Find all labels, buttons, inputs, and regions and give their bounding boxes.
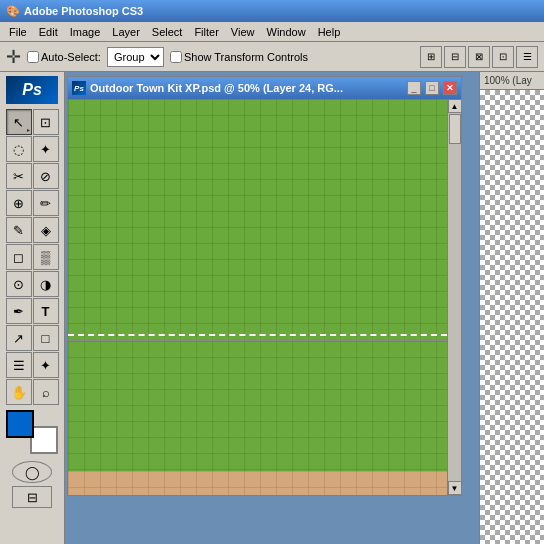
group-select[interactable]: Group Layer — [107, 47, 164, 67]
screen-mode-btn[interactable]: ⊟ — [12, 486, 52, 508]
dodge-tool[interactable]: ⊙ — [6, 271, 32, 297]
foreground-color-swatch[interactable] — [6, 410, 34, 438]
shape-tool[interactable]: □ — [33, 325, 59, 351]
hand-tool[interactable]: ✋ — [6, 379, 32, 405]
scroll-track[interactable] — [448, 113, 461, 481]
arrange-btn[interactable]: ☰ — [516, 46, 538, 68]
menu-filter[interactable]: Filter — [189, 25, 223, 39]
app-icon: 🎨 — [6, 5, 20, 18]
options-toolbar-right: ⊞ ⊟ ⊠ ⊡ ☰ — [420, 46, 538, 68]
app-title: Adobe Photoshop CS3 — [24, 5, 143, 17]
main-layout: Ps ↖▸ ⊡ ◌ ✦ ✂ ⊘ ⊕ ✏ ✎ ◈ ◻ ▒ ⊙ ◑ ✒ — [0, 72, 544, 544]
doc-title-bar: Ps Outdoor Town Kit XP.psd @ 50% (Layer … — [68, 77, 461, 99]
gradient-tool[interactable]: ▒ — [33, 244, 59, 270]
slice-tool[interactable]: ⊘ — [33, 163, 59, 189]
tool-row-9: ↗ □ — [6, 325, 59, 351]
selection-marquee — [68, 334, 447, 336]
distribute-btn[interactable]: ⊡ — [492, 46, 514, 68]
doc-minimize-btn[interactable]: _ — [407, 81, 421, 95]
notes-tool[interactable]: ☰ — [6, 352, 32, 378]
menu-layer[interactable]: Layer — [107, 25, 145, 39]
brush-tool[interactable]: ✏ — [33, 190, 59, 216]
canvas-area: Ps Outdoor Town Kit XP.psd @ 50% (Layer … — [65, 72, 479, 544]
auto-select-label: Auto-Select: — [27, 51, 101, 63]
show-transform-checkbox[interactable] — [170, 51, 182, 63]
quick-mask-btn[interactable]: ◯ — [12, 461, 52, 483]
align-right-btn[interactable]: ⊠ — [468, 46, 490, 68]
tool-row-6: ◻ ▒ — [6, 244, 59, 270]
eyedropper-tool[interactable]: ✦ — [33, 352, 59, 378]
healing-brush[interactable]: ⊕ — [6, 190, 32, 216]
doc-scrollbar-vertical[interactable]: ▲ ▼ — [447, 99, 461, 495]
tool-row-11: ✋ ⌕ — [6, 379, 59, 405]
tile-area — [68, 471, 447, 495]
menu-image[interactable]: Image — [65, 25, 106, 39]
doc-ps-icon: Ps — [72, 81, 86, 95]
tool-row-5: ✎ ◈ — [6, 217, 59, 243]
right-panel-header: 100% (Lay — [480, 72, 544, 90]
auto-select-checkbox[interactable] — [27, 51, 39, 63]
clone-stamp[interactable]: ✎ — [6, 217, 32, 243]
tool-row-10: ☰ ✦ — [6, 352, 59, 378]
left-toolbar: Ps ↖▸ ⊡ ◌ ✦ ✂ ⊘ ⊕ ✏ ✎ ◈ ◻ ▒ ⊙ ◑ ✒ — [0, 72, 65, 544]
align-left-btn[interactable]: ⊞ — [420, 46, 442, 68]
lasso-tool[interactable]: ◌ — [6, 136, 32, 162]
magic-wand-tool[interactable]: ✦ — [33, 136, 59, 162]
tool-row-8: ✒ T — [6, 298, 59, 324]
move-tool[interactable]: ↖▸ — [6, 109, 32, 135]
right-panel: 100% (Lay — [479, 72, 544, 544]
move-tool-icon: ✛ — [6, 46, 21, 68]
color-swatches — [6, 410, 58, 454]
align-center-btn[interactable]: ⊟ — [444, 46, 466, 68]
menu-edit[interactable]: Edit — [34, 25, 63, 39]
grass-lower-area — [68, 341, 447, 471]
marquee-tool[interactable]: ⊡ — [33, 109, 59, 135]
menu-help[interactable]: Help — [313, 25, 346, 39]
eraser-tool[interactable]: ◻ — [6, 244, 32, 270]
pen-tool[interactable]: ✒ — [6, 298, 32, 324]
type-tool[interactable]: T — [33, 298, 59, 324]
doc-close-btn[interactable]: ✕ — [443, 81, 457, 95]
tool-row-2: ◌ ✦ — [6, 136, 59, 162]
menu-window[interactable]: Window — [262, 25, 311, 39]
scroll-thumb[interactable] — [449, 114, 461, 144]
doc-maximize-btn[interactable]: □ — [425, 81, 439, 95]
zoom-tool[interactable]: ⌕ — [33, 379, 59, 405]
doc-title: Outdoor Town Kit XP.psd @ 50% (Layer 24,… — [90, 82, 403, 94]
background-color-swatch[interactable] — [30, 426, 58, 454]
scroll-down-btn[interactable]: ▼ — [448, 481, 462, 495]
doc-content: ▲ ▼ — [68, 99, 461, 495]
menu-bar: File Edit Image Layer Select Filter View… — [0, 22, 544, 42]
tool-row-3: ✂ ⊘ — [6, 163, 59, 189]
smudge-tool[interactable]: ◑ — [33, 271, 59, 297]
path-selection[interactable]: ↗ — [6, 325, 32, 351]
menu-select[interactable]: Select — [147, 25, 188, 39]
menu-file[interactable]: File — [4, 25, 32, 39]
document-window: Ps Outdoor Town Kit XP.psd @ 50% (Layer … — [67, 76, 462, 496]
tool-row-7: ⊙ ◑ — [6, 271, 59, 297]
right-panel-label: 100% (Lay — [484, 75, 532, 86]
show-transform-label: Show Transform Controls — [170, 51, 308, 63]
right-panel-canvas — [480, 90, 544, 544]
scroll-up-btn[interactable]: ▲ — [448, 99, 462, 113]
ps-logo: Ps — [6, 76, 58, 104]
menu-view[interactable]: View — [226, 25, 260, 39]
crop-tool[interactable]: ✂ — [6, 163, 32, 189]
canvas-image[interactable] — [68, 99, 447, 495]
tool-row-1: ↖▸ ⊡ — [6, 109, 59, 135]
title-bar: 🎨 Adobe Photoshop CS3 — [0, 0, 544, 22]
grass-top-area — [68, 99, 447, 339]
history-brush[interactable]: ◈ — [33, 217, 59, 243]
tool-row-4: ⊕ ✏ — [6, 190, 59, 216]
options-bar: ✛ Auto-Select: Group Layer Show Transfor… — [0, 42, 544, 72]
